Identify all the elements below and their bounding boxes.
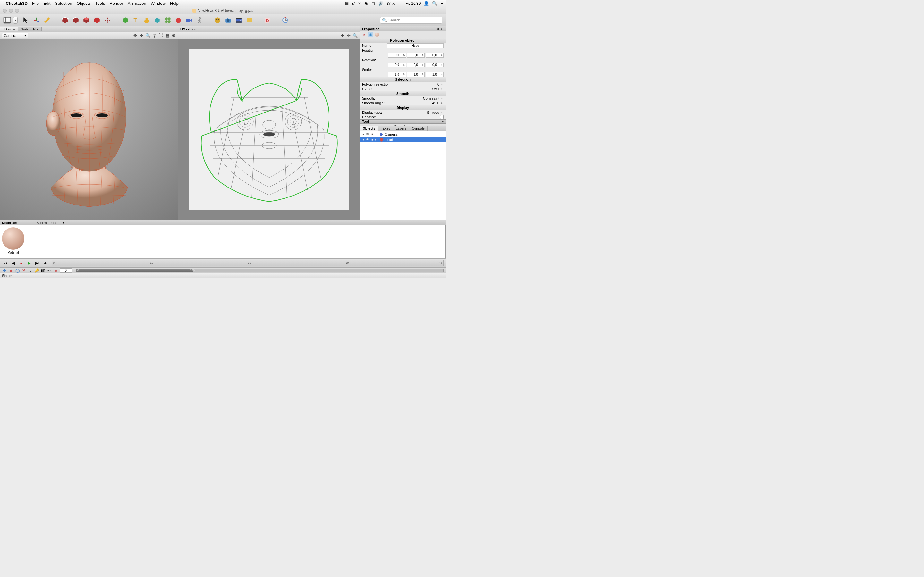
menu-objects[interactable]: Objects	[77, 1, 91, 6]
menu-edit[interactable]: Edit	[43, 1, 50, 6]
pan-icon[interactable]: ✢	[139, 33, 144, 38]
prev-icon[interactable]: ◄	[435, 27, 439, 31]
link-icon[interactable]: ↘	[27, 268, 33, 273]
scale-x-field[interactable]: 1,0	[388, 72, 406, 77]
dot-icon[interactable]: ●	[361, 138, 365, 141]
circle-key-icon[interactable]: ◯	[15, 268, 20, 273]
stepper-icon[interactable]: ⇅	[441, 87, 444, 90]
scale-y-field[interactable]: 1,0	[407, 72, 425, 77]
tool-menu-icon[interactable]: ≡	[442, 119, 444, 123]
user-icon[interactable]: 👤	[424, 1, 429, 6]
tab-nodeeditor[interactable]: Node editor	[18, 27, 42, 31]
key2-icon[interactable]: 🔑	[34, 268, 39, 273]
scale-z-field[interactable]: 1,0	[426, 72, 444, 77]
dropdown-icon[interactable]: ⇅	[441, 97, 444, 100]
menu-render[interactable]: Render	[110, 1, 123, 6]
goto-start-icon[interactable]: ⏮	[2, 260, 8, 266]
play-icon[interactable]: ▶	[26, 260, 32, 266]
frame-field[interactable]	[60, 268, 72, 273]
script-icon[interactable]: D	[262, 15, 272, 25]
name-field[interactable]: Head	[387, 43, 444, 48]
grid-icon[interactable]: ▦	[165, 33, 170, 38]
menu-file[interactable]: File	[32, 1, 39, 6]
material-item[interactable]: Material	[2, 227, 24, 256]
orbit-icon[interactable]: ✥	[340, 33, 345, 38]
cam-icon[interactable]: ■	[370, 138, 374, 141]
render-manager-icon[interactable]	[244, 15, 254, 25]
tab-3dview[interactable]: 3D view	[0, 27, 18, 31]
camera-dropdown[interactable]: Camera▾	[2, 33, 28, 39]
zoom-thumb[interactable]	[76, 269, 194, 272]
object-row-camera[interactable]: ●👁■ Camera	[360, 131, 446, 137]
battery-icon[interactable]: ▭	[399, 1, 402, 6]
tab-takes[interactable]: Takes	[378, 126, 393, 131]
menu-animation[interactable]: Animation	[128, 1, 146, 6]
eye-icon[interactable]: 👁	[366, 132, 370, 136]
point-mode-icon[interactable]	[60, 15, 70, 25]
pan-icon[interactable]: ✢	[346, 33, 351, 38]
add-spline-icon[interactable]: T	[131, 15, 141, 25]
timeline-track[interactable]: 0 10 20 30 40	[52, 260, 444, 266]
search-input[interactable]: 🔍Search	[380, 17, 443, 24]
maximize-icon[interactable]: ⛶	[158, 33, 163, 38]
menu-help[interactable]: Help	[170, 1, 179, 6]
ghosted-checkbox[interactable]	[440, 115, 444, 119]
tab-console[interactable]: Console	[409, 126, 427, 131]
battery-text[interactable]: 37 %	[387, 1, 395, 6]
add-polygon-icon[interactable]	[121, 15, 130, 25]
rot-z-field[interactable]: 0,0	[426, 63, 444, 67]
ruler-tool-icon[interactable]	[42, 15, 52, 25]
cam-icon[interactable]: ■	[370, 132, 374, 136]
wave-icon[interactable]: 〰	[47, 268, 52, 273]
pos-x-field[interactable]: 0,0	[388, 53, 406, 58]
rot-y-field[interactable]: 0,0	[407, 63, 425, 67]
zoom-icon[interactable]: 🔍	[352, 33, 358, 38]
prev-key-icon[interactable]: ◀	[10, 260, 16, 266]
goto-end-icon[interactable]: ⏭	[42, 260, 48, 266]
add-material-dropdown[interactable]: Add material▾	[37, 221, 65, 225]
stepper-icon[interactable]: ⇅	[441, 83, 444, 86]
frame-icon[interactable]: ◎	[152, 33, 157, 38]
layout-dropdown[interactable]: ▾	[13, 17, 18, 24]
tab-objects[interactable]: Objects	[360, 126, 378, 131]
add-tag-icon[interactable]	[174, 15, 183, 25]
add-camera-icon[interactable]	[184, 15, 194, 25]
clock[interactable]: Fr. 16:39	[405, 1, 421, 6]
polygon-mode-icon[interactable]	[81, 15, 91, 25]
menubar-icon[interactable]: ▤	[345, 1, 349, 6]
spotlight-icon[interactable]: 🔍	[432, 1, 437, 6]
uv-viewport[interactable]	[178, 39, 360, 220]
next-key-icon[interactable]: ▶|	[34, 260, 40, 266]
add-modifier-icon[interactable]	[163, 15, 173, 25]
render-camera-icon[interactable]	[223, 15, 233, 25]
add-primitive-icon[interactable]	[142, 15, 152, 25]
menubar-icon[interactable]: d	[352, 1, 355, 6]
move-key-icon[interactable]: ✢	[2, 268, 7, 273]
material-tab-icon[interactable]	[374, 32, 380, 37]
record-icon[interactable]: ●	[18, 260, 24, 266]
edge-mode-icon[interactable]	[71, 15, 81, 25]
menu-selection[interactable]: Selection	[55, 1, 72, 6]
bluetooth-icon[interactable]: ⚹	[358, 1, 361, 6]
star-key-icon[interactable]: ★	[53, 268, 58, 273]
dot-icon[interactable]: ●	[361, 132, 365, 136]
app-name[interactable]: Cheetah3D	[6, 1, 27, 6]
volume-icon[interactable]: 🔊	[378, 1, 383, 6]
pointer-tool-icon[interactable]	[21, 15, 31, 25]
pivot-mode-icon[interactable]	[103, 15, 112, 25]
menu-icon[interactable]: ≡	[441, 1, 443, 6]
object-tab-icon[interactable]: ◉	[368, 32, 373, 37]
render-icon[interactable]	[213, 15, 222, 25]
menu-window[interactable]: Window	[151, 1, 166, 6]
eye-icon[interactable]: 👁	[366, 138, 370, 141]
pos-z-field[interactable]: 0,0	[426, 53, 444, 58]
star-tab-icon[interactable]: ★	[361, 32, 367, 37]
traffic-lights[interactable]	[3, 9, 19, 13]
wifi-icon[interactable]: ◉	[365, 1, 368, 6]
object-mode-icon[interactable]	[92, 15, 102, 25]
zoom-icon[interactable]: 🔍	[145, 33, 150, 38]
zoom-slider[interactable]: 0 120	[76, 269, 444, 272]
render-anim-icon[interactable]: 12:34	[234, 15, 244, 25]
object-row-head[interactable]: ●👁■ ▸ Head	[360, 137, 446, 142]
curve-icon[interactable]: Ƥ	[21, 268, 26, 273]
